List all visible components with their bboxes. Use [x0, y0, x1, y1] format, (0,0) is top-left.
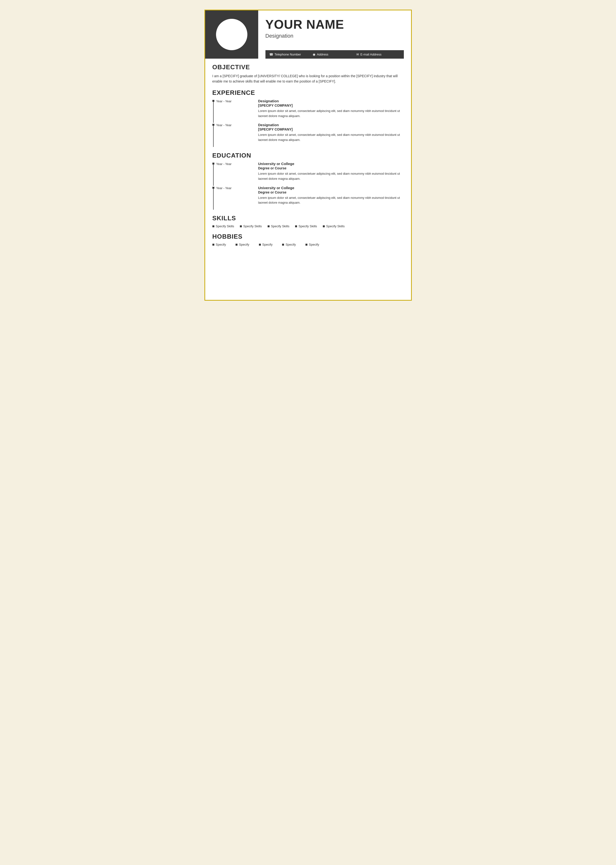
- timeline-dot-2: [212, 124, 214, 126]
- experience-years-2: Year - Year: [212, 123, 232, 127]
- education-years-2: Year - Year: [212, 186, 232, 190]
- skill-item-3: Specify Skills: [268, 224, 289, 228]
- education-header: EDUCATION: [212, 152, 404, 159]
- hobby-item-1: Specify: [212, 243, 226, 246]
- skill-label-2: Specify Skills: [243, 224, 262, 228]
- edu-timeline-left-2: Year - Year: [212, 186, 253, 206]
- avatar-placeholder: [216, 19, 247, 50]
- candidate-designation: Designation: [266, 33, 404, 39]
- edu-timeline-dot-2: [212, 187, 214, 189]
- timeline-left-2: Year - Year: [212, 123, 253, 143]
- education-institution-2: University or College: [258, 186, 404, 190]
- edu-timeline-left-1: Year - Year: [212, 162, 253, 181]
- edu-timeline-line-2: [212, 186, 214, 210]
- education-degree-1: Degree or Course: [258, 166, 404, 170]
- email-text: E-mail Address: [360, 53, 382, 56]
- objective-header: OBJECTIVE: [212, 63, 404, 71]
- hobby-label-5: Specify: [309, 243, 319, 246]
- edu-timeline-line-1: [212, 162, 214, 186]
- experience-company-2: [SPECIFY COMPANY]: [258, 128, 404, 131]
- experience-years-1: Year - Year: [212, 99, 232, 103]
- hobbies-header: HOBBIES: [212, 233, 404, 240]
- email-contact: ✉ E-mail Address: [356, 53, 400, 56]
- experience-section: EXPERIENCE Year - Year Designation [SPEC…: [205, 87, 411, 150]
- timeline-line-1: [212, 99, 214, 123]
- skill-dot-5: [323, 225, 325, 227]
- skill-item-2: Specify Skills: [240, 224, 262, 228]
- experience-desc-1: Lorem ipsum dolor sit amet, consectetuer…: [258, 109, 404, 119]
- skill-dot-3: [268, 225, 270, 227]
- hobbies-section: HOBBIES Specify Specify Specify Specify: [205, 230, 411, 254]
- experience-entry-2: Year - Year Designation [SPECIFY COMPANY…: [212, 123, 404, 143]
- experience-details-2: Designation [SPECIFY COMPANY] Lorem ipsu…: [253, 123, 404, 143]
- skill-item-5: Specify Skills: [323, 224, 345, 228]
- timeline-line-2: [212, 123, 214, 147]
- phone-number: Telephone Number: [275, 53, 301, 56]
- hobby-dot-2: [236, 244, 237, 246]
- skill-label-1: Specify Skills: [216, 224, 234, 228]
- hobby-dot-1: [212, 244, 214, 246]
- education-entry-1: Year - Year University or College Degree…: [212, 162, 404, 181]
- address-text: Address: [317, 53, 328, 56]
- hobby-item-5: Specify: [305, 243, 319, 246]
- skills-section: SKILLS Specify Skills Specify Skills Spe…: [205, 212, 411, 230]
- hobbies-list: Specify Specify Specify Specify Specify: [212, 243, 404, 246]
- education-years-1: Year - Year: [212, 162, 232, 166]
- address-icon: ◉: [313, 53, 315, 56]
- timeline-left-1: Year - Year: [212, 99, 253, 119]
- education-entries: Year - Year University or College Degree…: [212, 162, 404, 210]
- education-desc-1: Lorem ipsum dolor sit amet, consectetuer…: [258, 171, 404, 181]
- skill-label-5: Specify Skills: [326, 224, 345, 228]
- contact-bar: ☎ Telephone Number ◉ Address ✉ E-mail Ad…: [266, 50, 404, 58]
- education-section: EDUCATION Year - Year University or Coll…: [205, 150, 411, 212]
- education-entry-2: Year - Year University or College Degree…: [212, 186, 404, 206]
- address-contact: ◉ Address: [313, 53, 356, 56]
- experience-entries: Year - Year Designation [SPECIFY COMPANY…: [212, 99, 404, 147]
- skill-item-1: Specify Skills: [212, 224, 234, 228]
- edu-timeline-vline-1: [213, 165, 214, 186]
- candidate-name: YOUR NAME: [266, 17, 404, 32]
- hobby-label-4: Specify: [286, 243, 296, 246]
- timeline-dot-1: [212, 100, 214, 102]
- resume-document: YOUR NAME Designation ☎ Telephone Number…: [205, 10, 411, 300]
- skills-header: SKILLS: [212, 214, 404, 222]
- page-wrapper: YOUR NAME Designation ☎ Telephone Number…: [204, 9, 412, 301]
- experience-entry-1: Year - Year Designation [SPECIFY COMPANY…: [212, 99, 404, 119]
- timeline-vline-2: [213, 126, 214, 147]
- experience-desc-2: Lorem ipsum dolor sit amet, consectetuer…: [258, 132, 404, 143]
- education-institution-1: University or College: [258, 162, 404, 166]
- hobby-item-2: Specify: [236, 243, 249, 246]
- hobby-dot-5: [305, 244, 307, 246]
- hobby-dot-3: [259, 244, 261, 246]
- hobby-item-4: Specify: [282, 243, 296, 246]
- skill-dot-1: [212, 225, 214, 227]
- objective-text: I am a [SPECIFY] graduate of [UNIVERSITY…: [212, 73, 404, 84]
- phone-icon: ☎: [269, 53, 273, 56]
- experience-company-1: [SPECIFY COMPANY]: [258, 104, 404, 107]
- hobby-label-2: Specify: [239, 243, 249, 246]
- experience-header: EXPERIENCE: [212, 89, 404, 96]
- education-degree-2: Degree or Course: [258, 191, 404, 194]
- skill-item-4: Specify Skills: [295, 224, 317, 228]
- hobby-item-3: Specify: [259, 243, 273, 246]
- experience-designation-2: Designation: [258, 123, 404, 127]
- header-info: YOUR NAME Designation ☎ Telephone Number…: [258, 10, 411, 58]
- phone-contact: ☎ Telephone Number: [269, 53, 313, 56]
- skill-dot-4: [295, 225, 297, 227]
- edu-timeline-dot-1: [212, 162, 214, 165]
- resume-header: YOUR NAME Designation ☎ Telephone Number…: [205, 10, 411, 58]
- education-details-1: University or College Degree or Course L…: [253, 162, 404, 181]
- hobby-label-1: Specify: [216, 243, 226, 246]
- education-details-2: University or College Degree or Course L…: [253, 186, 404, 206]
- hobby-label-3: Specify: [262, 243, 273, 246]
- edu-timeline-vline-2: [213, 189, 214, 210]
- objective-section: OBJECTIVE I am a [SPECIFY] graduate of […: [205, 58, 411, 87]
- photo-block: [205, 10, 258, 58]
- experience-designation-1: Designation: [258, 99, 404, 103]
- hobby-dot-4: [282, 244, 284, 246]
- skill-label-3: Specify Skills: [271, 224, 289, 228]
- experience-details-1: Designation [SPECIFY COMPANY] Lorem ipsu…: [253, 99, 404, 119]
- skills-list: Specify Skills Specify Skills Specify Sk…: [212, 224, 404, 228]
- timeline-vline-1: [213, 102, 214, 123]
- skill-dot-2: [240, 225, 242, 227]
